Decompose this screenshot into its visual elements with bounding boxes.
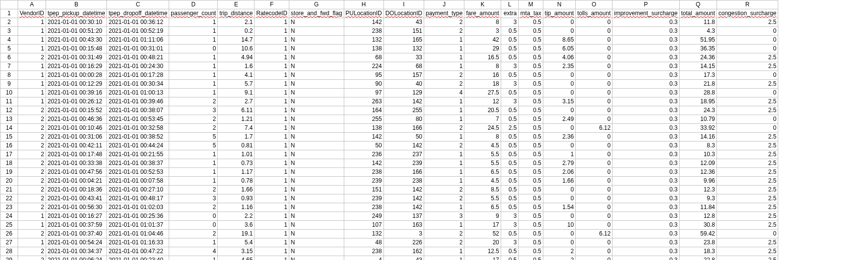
cell[interactable]: 1 [424, 97, 464, 106]
row-header[interactable]: 10 [0, 89, 18, 97]
cell[interactable]: 2 [169, 97, 218, 106]
cell[interactable]: 1 [255, 238, 289, 247]
cell[interactable]: 0 [576, 203, 613, 212]
cell[interactable]: 1 [18, 80, 46, 89]
cell[interactable]: 0.81 [218, 142, 255, 150]
row-header[interactable]: 15 [0, 133, 18, 142]
cell[interactable]: 0.5 [518, 221, 543, 230]
cell[interactable]: tolls_amount [576, 9, 613, 18]
cell[interactable]: 0.5 [518, 18, 543, 27]
spreadsheet-grid[interactable]: ABCDEFGHIJKLMNOPQR 1VendorIDtpep_pickup_… [0, 0, 778, 260]
cell[interactable]: 1 [255, 106, 289, 115]
cell[interactable]: 2 [169, 203, 218, 212]
cell[interactable]: 0.93 [218, 194, 255, 203]
cell[interactable]: 2 [169, 186, 218, 194]
cell[interactable]: 1 [255, 212, 289, 221]
cell[interactable]: 2021-01-01 00:31:06 [46, 133, 107, 142]
cell[interactable]: 16.5 [464, 53, 501, 62]
cell[interactable]: 1 [424, 45, 464, 53]
cell[interactable]: 2.7 [218, 97, 255, 106]
cell[interactable]: 2 [18, 53, 46, 62]
cell[interactable]: 14.15 [679, 62, 716, 71]
cell[interactable]: 16 [464, 71, 501, 80]
cell[interactable]: 0.3 [613, 89, 679, 97]
cell[interactable]: 0.3 [613, 230, 679, 238]
cell[interactable]: 12.09 [679, 159, 716, 168]
cell[interactable]: 8 [464, 18, 501, 27]
cell[interactable]: 1 [18, 36, 46, 45]
cell[interactable]: 0 [543, 27, 575, 36]
cell[interactable]: 3 [424, 212, 464, 221]
cell[interactable]: 0.5 [518, 97, 543, 106]
cell[interactable]: 0 [576, 159, 613, 168]
cell[interactable]: 1 [424, 168, 464, 177]
cell[interactable]: 1 [18, 89, 46, 97]
row-header[interactable]: 11 [0, 97, 18, 106]
cell[interactable]: 3 [501, 62, 518, 71]
cell[interactable]: 0.5 [518, 212, 543, 221]
cell[interactable]: 1 [255, 18, 289, 27]
row-header[interactable]: 14 [0, 124, 18, 133]
cell[interactable]: 3.6 [218, 221, 255, 230]
cell[interactable]: 2.5 [717, 212, 778, 221]
cell[interactable]: 50 [344, 142, 383, 150]
cell[interactable]: 1 [169, 71, 218, 80]
cell[interactable]: 0 [576, 221, 613, 230]
cell[interactable]: tpep_pickup_datetime [46, 9, 107, 18]
cell[interactable]: 238 [344, 168, 383, 177]
cell[interactable]: 3 [169, 194, 218, 203]
cell[interactable]: 8.3 [679, 142, 716, 150]
cell[interactable]: 0.3 [613, 27, 679, 36]
cell[interactable]: VendorID [18, 9, 46, 18]
cell[interactable]: 0 [576, 115, 613, 124]
cell[interactable]: 2021-01-01 01:16:33 [107, 238, 169, 247]
cell[interactable]: 0.3 [613, 238, 679, 247]
cell[interactable]: 2021-01-01 00:43:41 [46, 194, 107, 203]
cell[interactable]: 0.5 [518, 53, 543, 62]
cell[interactable]: 0.5 [501, 27, 518, 36]
cell[interactable]: 14.7 [218, 36, 255, 45]
row-header[interactable]: 21 [0, 186, 18, 194]
cell[interactable]: 2021-01-01 00:53:45 [107, 115, 169, 124]
cell[interactable]: 0.5 [501, 106, 518, 115]
cell[interactable]: 68 [383, 62, 424, 71]
cell[interactable]: 2 [424, 124, 464, 133]
cell[interactable]: 2.79 [543, 159, 575, 168]
cell[interactable]: 2021-01-01 00:04:21 [46, 177, 107, 186]
cell[interactable]: 2021-01-01 00:52:53 [107, 168, 169, 177]
cell[interactable]: 142 [344, 159, 383, 168]
cell[interactable]: N [289, 133, 344, 142]
row-header[interactable]: 16 [0, 142, 18, 150]
cell[interactable]: 4 [344, 256, 383, 260]
cell[interactable]: 239 [344, 194, 383, 203]
cell[interactable]: 2021-01-01 00:44:24 [107, 142, 169, 150]
cell[interactable]: fare_amount [464, 9, 501, 18]
cell[interactable]: total_amount [679, 9, 716, 18]
cell[interactable]: 2 [18, 115, 46, 124]
cell[interactable]: 0.5 [501, 71, 518, 80]
cell[interactable]: 2 [18, 142, 46, 150]
cell[interactable]: 2021-01-01 00:38:37 [107, 159, 169, 168]
cell[interactable]: N [289, 186, 344, 194]
cell[interactable]: 138 [344, 124, 383, 133]
cell[interactable]: 5.5 [464, 194, 501, 203]
cell[interactable]: 0.3 [613, 71, 679, 80]
cell[interactable]: 0.5 [501, 36, 518, 45]
cell[interactable]: 3 [501, 212, 518, 221]
cell[interactable]: 20 [464, 238, 501, 247]
cell[interactable]: 4 [169, 247, 218, 256]
cell[interactable]: 1 [169, 89, 218, 97]
cell[interactable]: 0.3 [613, 62, 679, 71]
cell[interactable]: 2021-01-01 00:21:55 [107, 150, 169, 159]
cell[interactable]: 2021-01-01 00:36:12 [107, 18, 169, 27]
cell[interactable]: 1 [255, 80, 289, 89]
cell[interactable]: 0.3 [613, 168, 679, 177]
cell[interactable]: 0.5 [501, 230, 518, 238]
cell[interactable]: 1 [18, 212, 46, 221]
cell[interactable]: 14.16 [679, 133, 716, 142]
cell[interactable]: 0.2 [218, 27, 255, 36]
cell[interactable]: 1.54 [543, 203, 575, 212]
cell[interactable]: 0 [576, 177, 613, 186]
cell[interactable]: 0.5 [501, 256, 518, 260]
cell[interactable]: 1.7 [218, 133, 255, 142]
